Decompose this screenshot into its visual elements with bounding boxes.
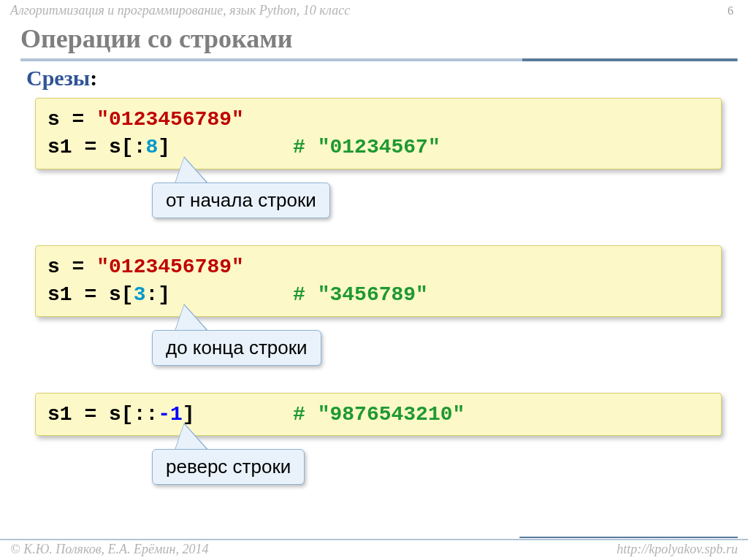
footer-copyright: © К.Ю. Поляков, Е.А. Ерёмин, 2014 bbox=[10, 542, 208, 557]
section-subhead: Срезы: bbox=[26, 66, 748, 91]
callout-1: от начала строки bbox=[152, 183, 330, 218]
breadcrumb: Алгоритмизация и программирование, язык … bbox=[10, 3, 350, 18]
callout-wrap-1: от начала строки bbox=[35, 175, 722, 228]
callout-2: до конца строки bbox=[152, 330, 321, 366]
page-title: Операции со строками bbox=[20, 24, 738, 54]
content-area: s = "0123456789" s1 = s[:8] # "01234567"… bbox=[0, 98, 748, 494]
callout-3: реверс строки bbox=[152, 449, 305, 485]
code-block-2: s = "0123456789" s1 = s[3:] # "3456789" bbox=[35, 245, 722, 317]
page-number: 6 bbox=[728, 4, 738, 18]
footer-accent-line bbox=[519, 537, 738, 538]
code-block-1: s = "0123456789" s1 = s[:8] # "01234567" bbox=[35, 98, 722, 169]
callout-wrap-2: до конца строки bbox=[35, 323, 722, 375]
code-block-3: s1 = s[::-1] # "9876543210" bbox=[35, 393, 722, 437]
callout-wrap-3: реверс строки bbox=[35, 442, 722, 494]
title-underline bbox=[20, 58, 738, 61]
slide-header: Алгоритмизация и программирование, язык … bbox=[0, 0, 748, 20]
footer-url: http://kpolyakov.spb.ru bbox=[617, 542, 738, 557]
slide-footer: © К.Ю. Поляков, Е.А. Ерёмин, 2014 http:/… bbox=[0, 539, 748, 557]
